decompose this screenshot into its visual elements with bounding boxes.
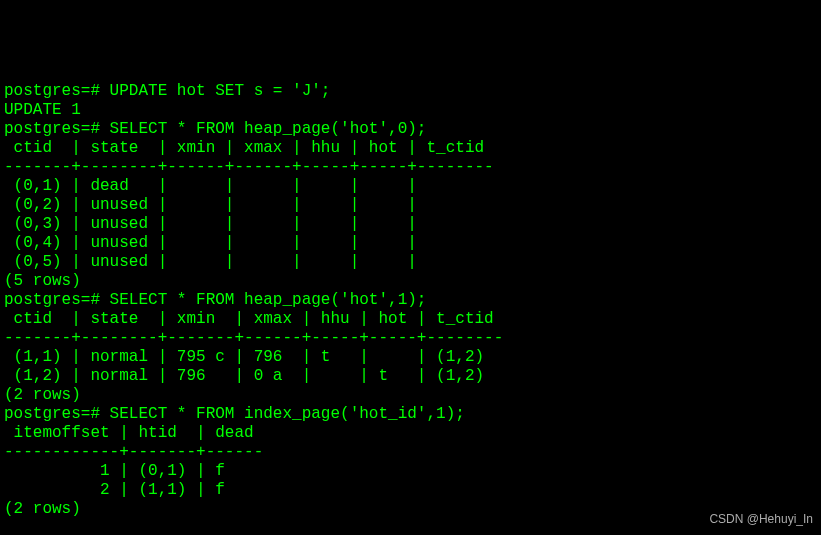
terminal-output: postgres=# UPDATE hot SET s = 'J';UPDATE…	[4, 82, 817, 519]
table-row: (0,4) | unused | | | | |	[4, 234, 817, 253]
table-row: (0,1) | dead | | | | |	[4, 177, 817, 196]
watermark: CSDN @Hehuyi_In	[709, 510, 813, 529]
table-separator: -------+--------+-------+------+-----+--…	[4, 329, 817, 348]
table-header: ctid | state | xmin | xmax | hhu | hot |…	[4, 310, 817, 329]
table-header: itemoffset | htid | dead	[4, 424, 817, 443]
table-separator: -------+--------+------+------+-----+---…	[4, 158, 817, 177]
table-row: (0,2) | unused | | | | |	[4, 196, 817, 215]
prompt-line: postgres=# SELECT * FROM heap_page('hot'…	[4, 120, 817, 139]
row-count: (2 rows)	[4, 500, 817, 519]
table-row: 1 | (0,1) | f	[4, 462, 817, 481]
table-separator: ------------+-------+------	[4, 443, 817, 462]
table-row: (1,1) | normal | 795 c | 796 | t | | (1,…	[4, 348, 817, 367]
prompt-line: postgres=# UPDATE hot SET s = 'J';	[4, 82, 817, 101]
prompt-line: postgres=# SELECT * FROM index_page('hot…	[4, 405, 817, 424]
table-row: 2 | (1,1) | f	[4, 481, 817, 500]
table-row: (0,5) | unused | | | | |	[4, 253, 817, 272]
row-count: (2 rows)	[4, 386, 817, 405]
prompt-line: postgres=# SELECT * FROM heap_page('hot'…	[4, 291, 817, 310]
row-count: (5 rows)	[4, 272, 817, 291]
table-row: (1,2) | normal | 796 | 0 a | | t | (1,2)	[4, 367, 817, 386]
table-header: ctid | state | xmin | xmax | hhu | hot |…	[4, 139, 817, 158]
table-row: (0,3) | unused | | | | |	[4, 215, 817, 234]
update-result: UPDATE 1	[4, 101, 817, 120]
